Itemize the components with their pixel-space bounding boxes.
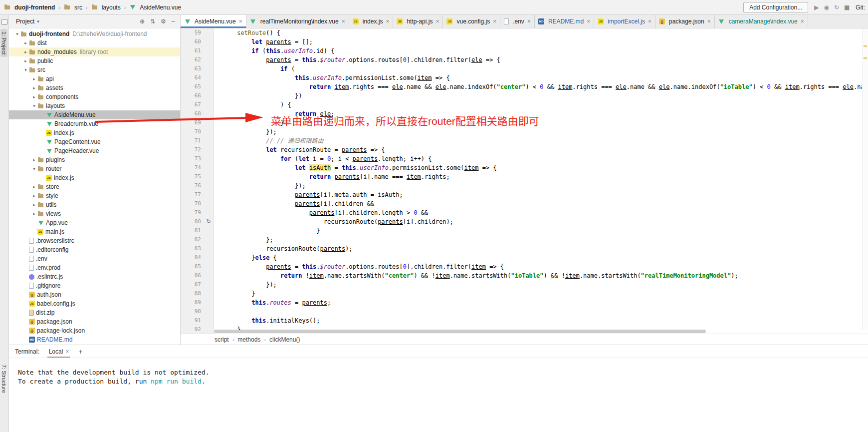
close-icon[interactable]: × (493, 18, 496, 25)
chevron-right-icon[interactable]: ▸ (31, 157, 37, 162)
line-number-87[interactable]: 87 (181, 280, 213, 289)
tab-package.json[interactable]: {}package.json× (655, 15, 715, 28)
line-number-77[interactable]: 77 (181, 190, 213, 199)
code-line-61[interactable]: if (this.userInfo.id) { (216, 46, 862, 55)
close-icon[interactable]: × (801, 18, 804, 25)
tree-item-style[interactable]: ▸style (9, 191, 180, 200)
settings-icon[interactable]: ⚙ (161, 18, 166, 25)
recursion-icon[interactable]: ↻ (207, 217, 211, 226)
tree-item-dist.zip[interactable]: dist.zip (9, 308, 180, 317)
close-icon[interactable]: × (587, 18, 590, 25)
code-line-74[interactable]: let isAuth = this.userInfo.permissionLis… (216, 163, 862, 172)
tree-item-components[interactable]: ▸components (9, 92, 180, 101)
project-tool-button[interactable]: 1: Project (0, 29, 7, 57)
line-number-66[interactable]: 66 (181, 91, 213, 100)
tab-AsideMenu.vue[interactable]: AsideMenu.vue× (181, 15, 246, 28)
breadcrumb-layouts[interactable]: layouts (91, 4, 121, 11)
line-number-79[interactable]: 79 (181, 208, 213, 217)
line-number-86[interactable]: 86 (181, 271, 213, 280)
line-number-89[interactable]: 89 (181, 298, 213, 307)
code-line-60[interactable]: let parents = []; (216, 37, 862, 46)
tree-item-public[interactable]: ▸public (9, 56, 180, 65)
breadcrumb-script[interactable]: script (215, 336, 229, 343)
line-number-91[interactable]: 91 (181, 316, 213, 325)
code-line-89[interactable]: this.routes = parents; (216, 298, 862, 307)
expand-collapse-icon[interactable]: ⇅ (150, 18, 155, 25)
tree-item-.env[interactable]: .env (9, 254, 180, 263)
code-line-70[interactable]: }); (216, 127, 862, 136)
close-icon[interactable]: × (435, 18, 439, 25)
tree-item-plugins[interactable]: ▸plugins (9, 155, 180, 164)
breadcrumb-duoji-frontend[interactable]: duoji-frontend (4, 4, 55, 11)
hide-icon[interactable]: ─ (172, 18, 175, 25)
line-number-74[interactable]: 74 (181, 163, 213, 172)
code-line-63[interactable]: if ( (216, 64, 862, 73)
code-line-88[interactable]: } (216, 289, 862, 298)
tree-item-assets[interactable]: ▸assets (9, 83, 180, 92)
code-editor[interactable]: 5960616263646566676869707172737475767778… (181, 28, 868, 334)
tab-http-api.js[interactable]: JShttp-api.js× (393, 15, 443, 28)
stop-icon[interactable]: ■ (844, 4, 850, 11)
close-icon[interactable]: × (342, 18, 345, 25)
tree-item-.eslintrc.js[interactable]: .eslintrc.js (9, 272, 180, 281)
code-line-82[interactable]: }; (216, 235, 862, 244)
close-icon[interactable]: × (648, 18, 651, 25)
code-line-72[interactable]: let recursionRoute = parents => { (216, 145, 862, 154)
tree-item-.browserslistrc[interactable]: .browserslistrc (9, 236, 180, 245)
chevron-right-icon[interactable]: ▸ (31, 94, 37, 99)
line-number-72[interactable]: 72 (181, 145, 213, 154)
line-number-73[interactable]: 73 (181, 154, 213, 163)
line-number-63[interactable]: 63 (181, 64, 213, 73)
line-number-76[interactable]: 76 (181, 181, 213, 190)
tree-item-babel.config.js[interactable]: JSbabel.config.js (9, 299, 180, 308)
tab-realTimeMonitoring\index.vue[interactable]: realTimeMonitoring\index.vue× (246, 15, 349, 28)
tree-item-store[interactable]: ▸store (9, 182, 180, 191)
close-icon[interactable]: × (707, 18, 711, 25)
code-line-84[interactable]: }else { (216, 253, 862, 262)
code-line-59[interactable]: setRoute() { (216, 28, 862, 37)
line-number-59[interactable]: 59 (181, 28, 213, 37)
locate-icon[interactable]: ⊕ (140, 18, 145, 25)
close-icon[interactable]: × (239, 18, 242, 25)
tree-item-App.vue[interactable]: App.vue (9, 218, 180, 227)
add-configuration-button[interactable]: Add Configuration... (743, 2, 808, 13)
code-line-65[interactable]: return item.rights === ele.name && ele.n… (216, 82, 862, 91)
code-line-67[interactable]: ) { (216, 100, 862, 109)
line-number-70[interactable]: 70 (181, 127, 213, 136)
line-number-83[interactable]: 83 (181, 244, 213, 253)
chevron-down-icon[interactable]: ▾ (14, 31, 20, 36)
code-line-83[interactable]: recursionRoute(parents); (216, 244, 862, 253)
line-number-69[interactable]: 69 (181, 118, 213, 127)
tab-README.md[interactable]: MDREADME.md× (535, 15, 594, 28)
code-line-69[interactable]: } (216, 118, 862, 127)
line-number-65[interactable]: 65 (181, 82, 213, 91)
line-number-90[interactable]: 90 (181, 307, 213, 316)
code-line-85[interactable]: parents = this.$router.options.routes[0]… (216, 262, 862, 271)
code-line-91[interactable]: this.initialKeys(); (216, 316, 862, 325)
code-line-73[interactable]: for (let i = 0; i < parents.length; i++)… (216, 154, 862, 163)
chevron-down-icon[interactable]: ▾ (31, 103, 37, 108)
scrollbar-thumb[interactable] (214, 330, 706, 333)
line-number-80[interactable]: 80↻ (181, 217, 213, 226)
chevron-right-icon[interactable]: ▸ (31, 193, 37, 198)
run-icon[interactable]: ▶ (814, 4, 819, 11)
tree-item-PageHeader.vue[interactable]: PageHeader.vue (9, 146, 180, 155)
tree-item-node_modules[interactable]: ▸node_moduleslibrary root (9, 47, 180, 56)
line-number-67[interactable]: 67 (181, 100, 213, 109)
breadcrumb-AsideMenu.vue[interactable]: AsideMenu.vue (129, 4, 181, 11)
code-line-75[interactable]: return parents[i].name === item.rights; (216, 172, 862, 181)
tree-item-duoji-frontend[interactable]: ▾duoji-frontendD:\zheheWeb\duoji-fronten… (9, 29, 180, 38)
breadcrumb-methods[interactable]: methods (237, 336, 260, 343)
tab-.env[interactable]: .env× (500, 15, 535, 28)
code-area[interactable]: setRoute() { let parents = []; if (this.… (214, 28, 862, 334)
code-line-77[interactable]: parents[i].meta.auth = isAuth; (216, 190, 862, 199)
code-line-62[interactable]: parents = this.$router.options.routes[0]… (216, 55, 862, 64)
chevron-right-icon[interactable]: ▸ (31, 76, 37, 81)
chevron-right-icon[interactable]: ▸ (31, 211, 37, 216)
new-terminal-button[interactable]: + (78, 348, 82, 356)
chevron-right-icon[interactable]: ▸ (22, 49, 29, 54)
code-line-86[interactable]: return !item.name.startsWith("center") &… (216, 271, 862, 280)
tree-item-package.json[interactable]: {}package.json (9, 317, 180, 326)
code-line-68[interactable]: return ele; (216, 109, 862, 118)
tree-item-index.js[interactable]: JSindex.js (9, 173, 180, 182)
